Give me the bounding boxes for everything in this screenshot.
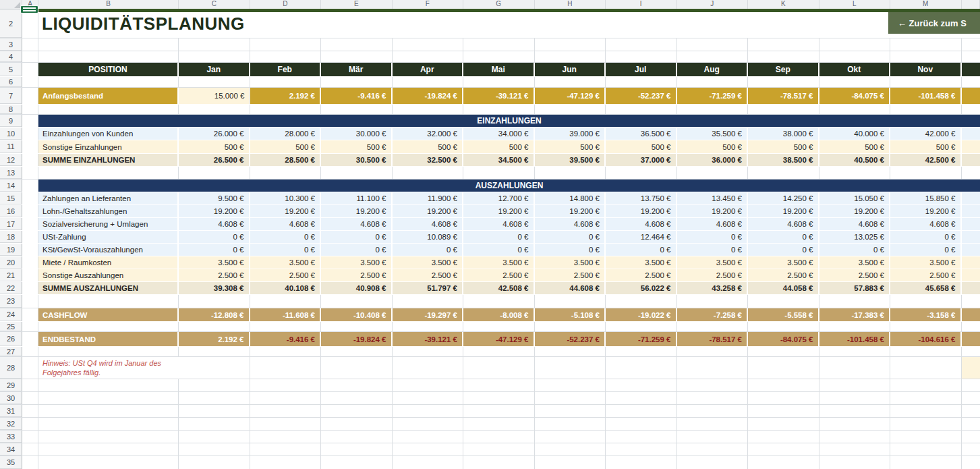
cell-L26[interactable]: -101.458 € [819,332,891,346]
row-header-28[interactable]: 28 [0,357,22,379]
cell-J35[interactable] [677,456,749,469]
cell-J20[interactable]: 3.500 € [677,256,749,269]
cell-partial-35[interactable] [962,456,980,469]
cell-A32[interactable] [22,418,38,430]
column-header-partial[interactable] [962,0,980,9]
cell-B22[interactable]: SUMME AUSZAHLUNGEN [38,282,179,294]
cell-B16[interactable]: Lohn-/Gehaltszahlungen [38,205,179,217]
cell-M25[interactable] [890,322,962,331]
cell-I28[interactable] [606,357,677,379]
cell-B24[interactable]: CASHFLOW [38,308,179,321]
cell-I26[interactable]: -71.259 € [606,332,677,346]
cell-F6[interactable] [393,77,464,87]
cell-A34[interactable] [22,443,38,456]
row-header-27[interactable]: 27 [0,347,22,356]
cell-E21[interactable]: 2.500 € [321,269,393,281]
cell-J6[interactable] [677,77,749,87]
cell-G15[interactable]: 12.700 € [463,192,535,204]
cell-E31[interactable] [321,405,393,417]
cell-L3[interactable] [819,38,891,51]
cell-I12[interactable]: 37.000 € [606,154,677,166]
cell-B2[interactable]: LIQUIDITÄTSPLANUNG [38,9,980,38]
column-header-B[interactable]: B [38,0,179,9]
cell-M10[interactable]: 42.000 € [890,128,962,140]
cell-E11[interactable]: 500 € [321,140,393,153]
cell-partial-27[interactable] [962,347,980,356]
cell-D34[interactable] [250,443,322,456]
cell-K31[interactable] [748,405,819,417]
cell-M16[interactable]: 19.200 € [890,205,962,217]
cell-I15[interactable]: 13.750 € [606,192,677,204]
cell-I25[interactable] [606,322,677,331]
cell-J17[interactable]: 4.608 € [677,218,749,230]
cell-A8[interactable] [22,105,38,114]
cell-M35[interactable] [890,456,962,469]
cell-J34[interactable] [677,443,749,456]
cell-L25[interactable] [819,322,891,331]
cell-E16[interactable]: 19.200 € [321,205,393,217]
column-header-H[interactable]: H [535,0,606,9]
cell-B8[interactable] [38,105,179,114]
cell-G5[interactable]: Mai [463,63,535,76]
cell-L16[interactable]: 19.200 € [819,205,891,217]
cell-C18[interactable]: 0 € [179,231,250,243]
cell-L12[interactable]: 40.500 € [819,154,891,166]
column-header-C[interactable]: C [179,0,250,9]
cell-L19[interactable]: 0 € [819,244,891,256]
cell-partial-18[interactable] [962,231,980,243]
cell-B6[interactable] [38,77,179,87]
cell-H4[interactable] [535,51,606,62]
cell-F5[interactable]: Apr [393,63,464,76]
cell-B32[interactable] [38,418,179,430]
cell-F29[interactable] [393,379,464,391]
cell-partial-31[interactable] [962,405,980,417]
cell-C21[interactable]: 2.500 € [179,269,250,281]
cell-F8[interactable] [393,105,464,114]
cell-M24[interactable]: -3.158 € [890,308,962,321]
cell-J10[interactable]: 35.500 € [677,128,749,140]
cell-L24[interactable]: -17.383 € [819,308,891,321]
cell-H23[interactable] [535,295,606,308]
cell-G27[interactable] [463,347,535,356]
cell-F16[interactable]: 19.200 € [393,205,464,217]
cell-L32[interactable] [819,418,891,430]
cell-F17[interactable]: 4.608 € [393,218,464,230]
cell-H27[interactable] [535,347,606,356]
cell-H19[interactable]: 0 € [535,244,606,256]
cell-partial-32[interactable] [962,418,980,430]
cell-J18[interactable]: 0 € [677,231,749,243]
cell-G21[interactable]: 2.500 € [463,269,535,281]
column-header-F[interactable]: F [393,0,464,9]
cell-B13[interactable] [38,167,179,179]
cell-I22[interactable]: 56.022 € [606,282,677,294]
row-header-9[interactable]: 9 [0,115,22,127]
cell-G33[interactable] [463,431,535,443]
cell-partial-3[interactable] [962,38,980,51]
cell-E33[interactable] [321,431,393,443]
cell-B34[interactable] [38,443,179,456]
cell-B23[interactable] [38,295,179,308]
cell-D23[interactable] [250,295,322,308]
cell-H6[interactable] [535,77,606,87]
cell-A15[interactable] [22,192,38,204]
cell-H29[interactable] [535,379,606,391]
cell-E23[interactable] [321,295,393,308]
cell-E25[interactable] [321,322,393,331]
cell-K16[interactable]: 19.200 € [748,205,819,217]
cell-I13[interactable] [606,167,677,179]
cell-A13[interactable] [22,167,38,179]
cell-J12[interactable]: 36.000 € [677,154,749,166]
cell-C15[interactable]: 9.500 € [179,192,250,204]
row-header-32[interactable]: 32 [0,418,22,430]
cell-K18[interactable]: 0 € [748,231,819,243]
cell-partial-25[interactable] [962,322,980,331]
cell-F15[interactable]: 11.900 € [393,192,464,204]
cell-F13[interactable] [393,167,464,179]
cell-I21[interactable]: 2.500 € [606,269,677,281]
cell-H13[interactable] [535,167,606,179]
cell-L33[interactable] [819,431,891,443]
cell-I24[interactable]: -19.022 € [606,308,677,321]
cell-F19[interactable]: 0 € [393,244,464,256]
cell-K29[interactable] [748,379,819,391]
cell-C23[interactable] [179,295,250,308]
